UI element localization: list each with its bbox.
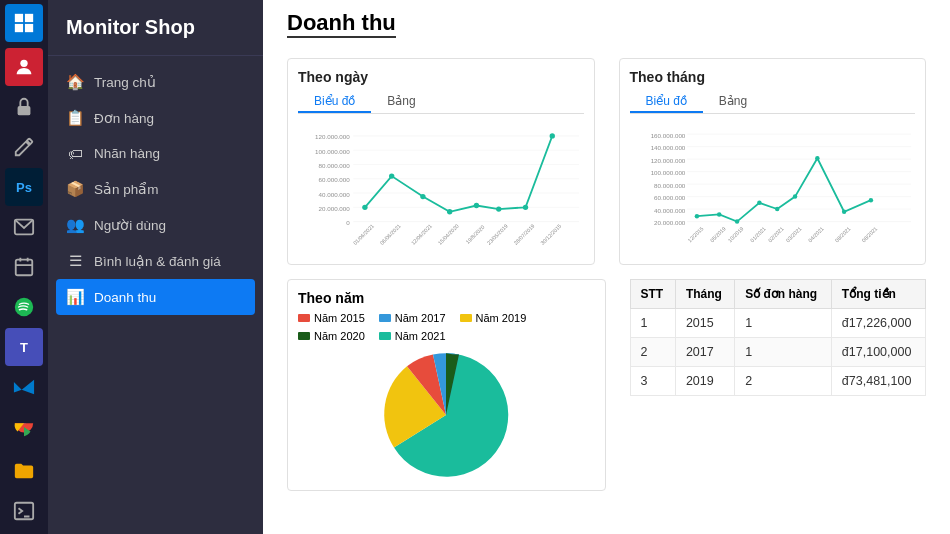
svg-text:08/2021: 08/2021 [833, 225, 851, 243]
daily-chart-title: Theo ngày [298, 69, 584, 85]
sidebar-item-home[interactable]: 🏠 Trang chủ [48, 64, 263, 100]
calendar-icon[interactable] [5, 248, 43, 286]
legend-2015: Năm 2015 [298, 312, 365, 324]
reviews-icon: ☰ [66, 252, 84, 270]
svg-text:05/2019: 05/2019 [708, 225, 726, 243]
lock-icon[interactable] [5, 88, 43, 126]
svg-text:01/06/2021: 01/06/2021 [352, 223, 375, 246]
svg-text:02/2021: 02/2021 [766, 225, 784, 243]
cell-stt-3: 3 [630, 367, 675, 396]
page-title: Doanh thu [287, 10, 396, 38]
svg-point-28 [447, 209, 452, 214]
svg-rect-1 [25, 14, 33, 22]
sidebar-title: Monitor Shop [48, 0, 263, 56]
svg-rect-2 [15, 24, 23, 32]
legend-label-2021: Năm 2021 [395, 330, 446, 342]
terminal-icon[interactable] [5, 492, 43, 530]
svg-point-29 [474, 203, 479, 208]
cell-don-hang-1: 1 [735, 309, 832, 338]
sidebar-item-orders[interactable]: 📋 Đơn hàng [48, 100, 263, 136]
svg-text:03/2021: 03/2021 [784, 225, 802, 243]
home-icon: 🏠 [66, 73, 84, 91]
svg-rect-5 [18, 106, 31, 115]
revenue-icon: 📊 [66, 288, 84, 306]
users-icon: 👥 [66, 216, 84, 234]
sidebar-label-revenue: Doanh thu [94, 290, 156, 305]
svg-text:60.000.000: 60.000.000 [654, 194, 686, 201]
daily-tab-table[interactable]: Bảng [371, 91, 431, 113]
sidebar-label-users: Người dùng [94, 217, 166, 233]
svg-point-65 [868, 198, 872, 202]
teams-icon[interactable]: T [5, 328, 43, 366]
svg-text:60.000.000: 60.000.000 [319, 176, 351, 183]
table-row: 1 2015 1 đ17,226,000 [630, 309, 926, 338]
svg-text:40.000.000: 40.000.000 [319, 191, 351, 198]
svg-rect-3 [25, 24, 33, 32]
svg-point-27 [420, 194, 425, 199]
monthly-tab-chart[interactable]: Biểu đồ [630, 91, 703, 113]
col-don-hang: Số đơn hàng [735, 280, 832, 309]
sidebar-label-reviews: Bình luận & đánh giá [94, 253, 221, 269]
daily-tab-chart[interactable]: Biểu đồ [298, 91, 371, 113]
cell-stt-2: 2 [630, 338, 675, 367]
bottom-row: Theo năm Năm 2015 Năm 2017 Năm 2019 [287, 279, 926, 491]
svg-point-63 [815, 156, 819, 160]
sidebar-item-reviews[interactable]: ☰ Bình luận & đánh giá [48, 243, 263, 279]
svg-text:10/2019: 10/2019 [726, 225, 744, 243]
svg-text:12/2015: 12/2015 [686, 225, 704, 243]
svg-rect-0 [15, 14, 23, 22]
svg-point-58 [716, 212, 720, 216]
sidebar-item-brands[interactable]: 🏷 Nhãn hàng [48, 136, 263, 171]
ps-icon[interactable]: Ps [5, 168, 43, 206]
monthly-tab-table[interactable]: Bảng [703, 91, 763, 113]
charts-row: Theo ngày Biểu đồ Bảng 120.000.000 100.0… [287, 58, 926, 265]
monthly-chart-box: Theo tháng Biểu đồ Bảng 160.000.000 140.… [619, 58, 927, 265]
col-tong-tien: Tổng tiền [831, 280, 925, 309]
svg-text:15/04/2020: 15/04/2020 [437, 223, 460, 246]
content-area: Theo ngày Biểu đồ Bảng 120.000.000 100.0… [263, 38, 950, 507]
svg-text:20.000.000: 20.000.000 [654, 219, 686, 226]
revenue-table-box: STT Tháng Số đơn hàng Tổng tiền 1 2015 1… [630, 279, 927, 396]
legend-label-2020: Năm 2020 [314, 330, 365, 342]
cell-don-hang-3: 2 [735, 367, 832, 396]
products-icon: 📦 [66, 180, 84, 198]
sidebar-label-home: Trang chủ [94, 74, 156, 90]
monthly-chart-svg: 160.000.000 140.000.000 120.000.000 100.… [630, 120, 916, 250]
svg-point-4 [20, 60, 27, 67]
windows-icon[interactable] [5, 4, 43, 42]
svg-text:160.000.000: 160.000.000 [650, 132, 685, 139]
pencil-icon[interactable] [5, 128, 43, 166]
legend-label-2015: Năm 2015 [314, 312, 365, 324]
sidebar-item-users[interactable]: 👥 Người dùng [48, 207, 263, 243]
daily-chart-box: Theo ngày Biểu đồ Bảng 120.000.000 100.0… [287, 58, 595, 265]
pie-chart-area [298, 350, 595, 480]
legend-dot-2020 [298, 332, 310, 340]
folder-icon[interactable] [5, 452, 43, 490]
mail-icon[interactable] [5, 208, 43, 246]
cell-thang-1: 2015 [675, 309, 734, 338]
sidebar-label-orders: Đơn hàng [94, 110, 154, 126]
daily-chart-tabs: Biểu đồ Bảng [298, 91, 584, 114]
svg-text:120.000.000: 120.000.000 [315, 133, 350, 140]
vscode-icon[interactable] [5, 368, 43, 406]
svg-point-64 [841, 210, 845, 214]
cell-don-hang-2: 1 [735, 338, 832, 367]
sidebar-item-revenue[interactable]: 📊 Doanh thu [56, 279, 255, 315]
sidebar-item-products[interactable]: 📦 Sản phẩm [48, 171, 263, 207]
main-content: Doanh thu Theo ngày Biểu đồ Bảng 120.000… [263, 0, 950, 534]
svg-text:40.000.000: 40.000.000 [654, 207, 686, 214]
svg-text:28/07/2019: 28/07/2019 [513, 223, 536, 246]
person-icon[interactable] [5, 48, 43, 86]
legend-2017: Năm 2017 [379, 312, 446, 324]
svg-text:20.000.000: 20.000.000 [319, 205, 351, 212]
svg-text:100.000.000: 100.000.000 [315, 148, 350, 155]
svg-point-61 [774, 207, 778, 211]
svg-text:100.000.000: 100.000.000 [650, 169, 685, 176]
cell-thang-2: 2017 [675, 338, 734, 367]
spotify-icon[interactable] [5, 288, 43, 326]
cell-tong-tien-1: đ17,226,000 [831, 309, 925, 338]
legend-dot-2015 [298, 314, 310, 322]
svg-point-62 [792, 194, 796, 198]
chrome-icon[interactable] [5, 408, 43, 446]
legend-label-2019: Năm 2019 [476, 312, 527, 324]
